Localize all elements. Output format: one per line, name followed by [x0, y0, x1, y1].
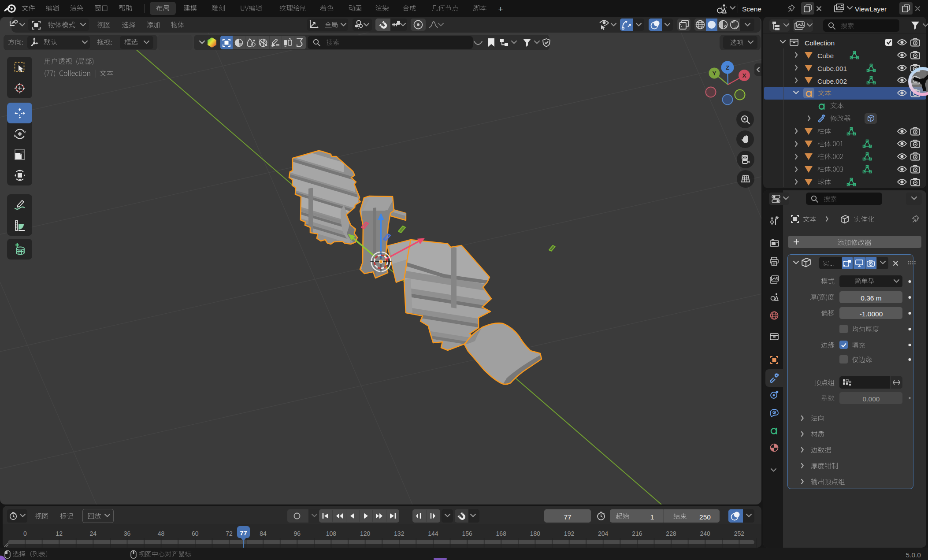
svg-text:X: X — [742, 72, 746, 79]
svg-text:Z: Z — [726, 64, 729, 71]
svg-text:Y: Y — [712, 70, 716, 77]
